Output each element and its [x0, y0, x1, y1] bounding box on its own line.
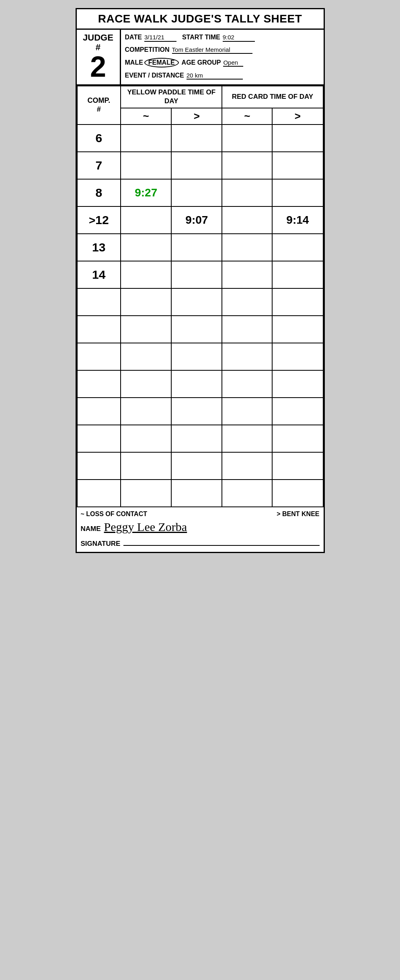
male-label: MALE — [125, 59, 143, 66]
table-row — [77, 480, 323, 507]
rc-gt-cell — [272, 288, 323, 316]
table-row — [77, 398, 323, 425]
rc-gt-cell — [272, 261, 323, 288]
rc-gt-cell — [272, 425, 323, 452]
yp-tilde-cell — [121, 398, 171, 425]
yp-tilde-cell — [121, 480, 171, 507]
yp-tilde-cell — [121, 452, 171, 480]
yp-gt-cell — [171, 425, 222, 452]
comp-number-cell — [77, 452, 121, 480]
judge-box: JUDGE# 2 — [77, 30, 121, 84]
yp-gt-cell — [171, 480, 222, 507]
start-time-label: START TIME — [182, 34, 220, 41]
comp-number-cell — [77, 398, 121, 425]
rc-gt-cell — [272, 480, 323, 507]
table-row — [77, 288, 323, 316]
table-row — [77, 316, 323, 343]
tally-table: COMP.# YELLOW PADDLE TIME OF DAY RED CAR… — [77, 86, 324, 507]
name-row: NAME Peggy Lee Zorba — [77, 519, 324, 535]
sheet-title: RACE WALK JUDGE'S TALLY SHEET — [77, 9, 324, 30]
event-row: EVENT / DISTANCE 20 km — [125, 72, 320, 80]
tally-sheet: RACE WALK JUDGE'S TALLY SHEET JUDGE# 2 D… — [76, 8, 325, 553]
comp-header: COMP.# — [77, 86, 121, 124]
yp-tilde-cell — [121, 206, 171, 234]
yp-gt-cell — [171, 343, 222, 370]
rc-gt-cell — [272, 398, 323, 425]
comp-number-cell — [77, 480, 121, 507]
table-row: 13 — [77, 234, 323, 261]
yp-gt-header: > — [171, 108, 222, 125]
table-row: 89:27 — [77, 179, 323, 206]
yp-gt-cell — [171, 125, 222, 152]
yp-tilde-cell — [121, 234, 171, 261]
table-header-row-1: COMP.# YELLOW PADDLE TIME OF DAY RED CAR… — [77, 86, 323, 108]
rc-tilde-header: ~ — [222, 108, 272, 125]
bent-knee-legend: > BENT KNEE — [277, 510, 319, 518]
comp-number-cell: 8 — [77, 179, 121, 206]
yp-tilde-cell: 9:27 — [121, 179, 171, 206]
rc-tilde-cell — [222, 452, 272, 480]
comp-number-cell: 7 — [77, 152, 121, 179]
date-row: DATE 3/11/21 START TIME 9:02 — [125, 34, 320, 42]
table-row — [77, 343, 323, 370]
yp-gt-cell — [171, 316, 222, 343]
table-row: 6 — [77, 125, 323, 152]
yp-tilde-cell — [121, 370, 171, 398]
loss-of-contact-legend: ~ LOSS OF CONTACT — [81, 510, 147, 518]
rc-gt-cell — [272, 316, 323, 343]
table-row: >129:079:14 — [77, 206, 323, 234]
rc-tilde-cell — [222, 343, 272, 370]
event-label: EVENT / DISTANCE — [125, 72, 184, 79]
signature-line — [123, 538, 319, 546]
gender-row: MALE FEMALE AGE GROUP Open — [125, 58, 320, 67]
rc-gt-cell — [272, 343, 323, 370]
competition-row: COMPETITION Tom Eastler Memorial — [125, 46, 320, 54]
rc-tilde-cell — [222, 179, 272, 206]
rc-tilde-cell — [222, 398, 272, 425]
yp-gt-cell — [171, 370, 222, 398]
table-row — [77, 370, 323, 398]
rc-tilde-cell — [222, 261, 272, 288]
rc-gt-cell — [272, 452, 323, 480]
rc-tilde-cell — [222, 206, 272, 234]
yellow-paddle-header: YELLOW PADDLE TIME OF DAY — [121, 86, 222, 108]
info-section: DATE 3/11/21 START TIME 9:02 COMPETITION… — [121, 30, 324, 84]
rc-tilde-cell — [222, 288, 272, 316]
comp-number-cell: 6 — [77, 125, 121, 152]
yp-tilde-cell — [121, 316, 171, 343]
yp-tilde-cell — [121, 261, 171, 288]
rc-tilde-cell — [222, 125, 272, 152]
comp-number-cell — [77, 425, 121, 452]
comp-number-cell: 13 — [77, 234, 121, 261]
signature-row: SIGNATURE — [77, 535, 324, 552]
rc-tilde-cell — [222, 234, 272, 261]
date-value: 3/11/21 — [144, 34, 176, 42]
comp-number-cell — [77, 288, 121, 316]
judge-label: JUDGE# — [83, 33, 113, 52]
judge-number: 2 — [90, 52, 106, 81]
age-group-label: AGE GROUP — [182, 59, 221, 66]
yp-tilde-cell — [121, 288, 171, 316]
yp-tilde-cell — [121, 425, 171, 452]
legend-row: ~ LOSS OF CONTACT > BENT KNEE — [77, 507, 324, 519]
yp-gt-cell — [171, 261, 222, 288]
yp-gt-cell — [171, 234, 222, 261]
event-value: 20 km — [187, 72, 243, 80]
rc-tilde-cell — [222, 370, 272, 398]
competition-value: Tom Eastler Memorial — [172, 46, 252, 54]
female-label: FEMALE — [144, 58, 179, 67]
comp-number-cell — [77, 370, 121, 398]
rc-gt-cell — [272, 234, 323, 261]
yp-tilde-cell — [121, 125, 171, 152]
rc-gt-cell — [272, 370, 323, 398]
yp-gt-cell: 9:07 — [171, 206, 222, 234]
yp-tilde-cell — [121, 152, 171, 179]
rc-tilde-cell — [222, 316, 272, 343]
competition-label: COMPETITION — [125, 46, 170, 53]
rc-gt-header: > — [272, 108, 323, 125]
yp-gt-cell — [171, 398, 222, 425]
rc-gt-cell — [272, 125, 323, 152]
name-value: Peggy Lee Zorba — [104, 520, 187, 534]
table-row: 14 — [77, 261, 323, 288]
yp-gt-cell — [171, 452, 222, 480]
